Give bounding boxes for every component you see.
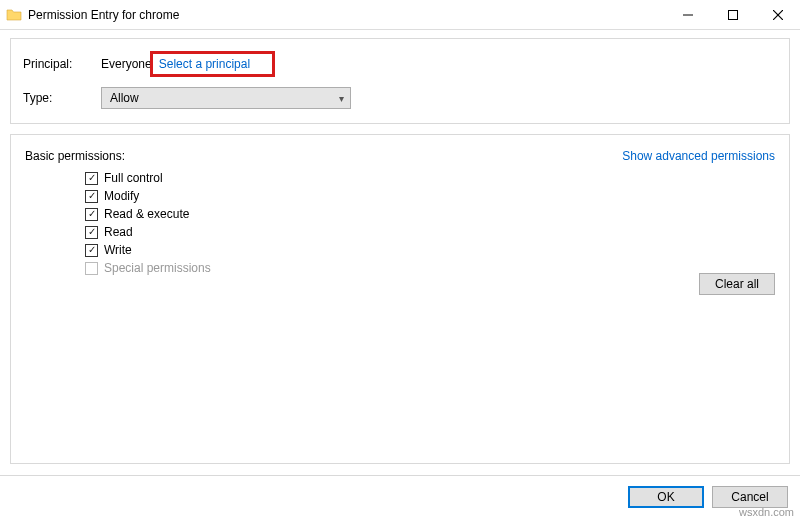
permission-item: ✓ Full control	[85, 169, 775, 187]
permissions-panel: Basic permissions: Show advanced permiss…	[10, 134, 790, 464]
checkbox	[85, 262, 98, 275]
permissions-list: ✓ Full control ✓ Modify ✓ Read & execute…	[85, 169, 775, 277]
footer-buttons: OK Cancel	[628, 486, 788, 508]
permission-label: Write	[104, 243, 132, 257]
permission-label: Special permissions	[104, 261, 211, 275]
permission-label: Full control	[104, 171, 163, 185]
ok-button[interactable]: OK	[628, 486, 704, 508]
chevron-down-icon: ▾	[339, 93, 344, 104]
svg-rect-1	[728, 11, 737, 20]
show-advanced-link[interactable]: Show advanced permissions	[622, 149, 775, 163]
permission-label: Read	[104, 225, 133, 239]
permission-label: Modify	[104, 189, 139, 203]
content-area: Principal: Everyone Select a principal T…	[0, 30, 800, 464]
type-label: Type:	[23, 91, 101, 105]
checkbox[interactable]: ✓	[85, 208, 98, 221]
principal-label: Principal:	[23, 57, 101, 71]
basic-permissions-header: Basic permissions:	[25, 149, 125, 163]
clear-all-button[interactable]: Clear all	[699, 273, 775, 295]
footer-separator	[0, 475, 800, 476]
checkbox[interactable]: ✓	[85, 172, 98, 185]
maximize-button[interactable]	[710, 0, 755, 30]
checkbox[interactable]: ✓	[85, 190, 98, 203]
principal-panel: Principal: Everyone Select a principal T…	[10, 38, 790, 124]
permission-item: ✓ Read & execute	[85, 205, 775, 223]
checkbox[interactable]: ✓	[85, 226, 98, 239]
minimize-button[interactable]	[665, 0, 710, 30]
folder-icon	[6, 7, 22, 23]
permission-item: ✓ Write	[85, 241, 775, 259]
permission-item: ✓ Read	[85, 223, 775, 241]
window-title: Permission Entry for chrome	[28, 8, 665, 22]
window-controls	[665, 0, 800, 29]
type-dropdown[interactable]: Allow ▾	[101, 87, 351, 109]
permission-item: ✓ Modify	[85, 187, 775, 205]
watermark: wsxdn.com	[739, 506, 794, 518]
close-button[interactable]	[755, 0, 800, 30]
principal-value: Everyone	[101, 57, 152, 71]
checkbox[interactable]: ✓	[85, 244, 98, 257]
permission-item: Special permissions	[85, 259, 775, 277]
select-principal-link[interactable]: Select a principal	[150, 51, 275, 77]
titlebar: Permission Entry for chrome	[0, 0, 800, 30]
type-dropdown-value: Allow	[110, 91, 139, 105]
cancel-button[interactable]: Cancel	[712, 486, 788, 508]
permission-label: Read & execute	[104, 207, 189, 221]
